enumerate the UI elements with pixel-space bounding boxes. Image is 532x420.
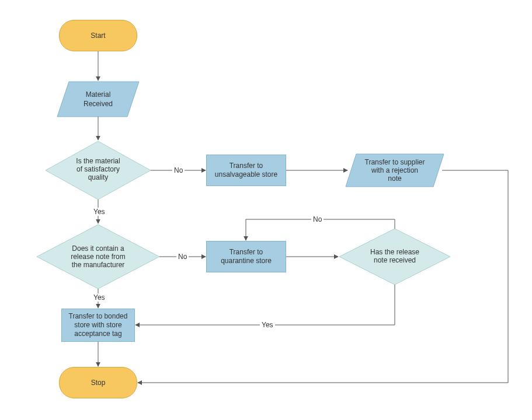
node-quarantine-l1: Transfer to — [230, 248, 263, 256]
node-stop: Stop — [59, 367, 137, 398]
node-release-note-check-l2: release note from — [71, 253, 125, 261]
node-material-received-l2: Received — [84, 100, 113, 108]
flowchart-canvas: Material Received Is the material of sat… — [0, 0, 532, 420]
node-release-note-check-l1: Does it contain a — [72, 244, 124, 253]
node-release-note-check — [37, 225, 159, 289]
node-supplier-reject-l2: with a rejection — [371, 166, 418, 174]
node-quarantine: Transfer to quarantine store — [206, 241, 286, 272]
node-quality-check — [46, 141, 151, 200]
edge-note-yes — [135, 285, 395, 325]
node-quarantine-text: Transfer to quarantine store — [221, 248, 272, 265]
node-material-received — [57, 82, 139, 117]
edge-label-release-no: No — [176, 253, 189, 261]
edge-label-note-yes: Yes — [260, 321, 275, 329]
node-bonded-l3: acceptance tag — [74, 330, 121, 338]
node-bonded-l1: Transfer to bonded — [69, 312, 128, 320]
node-note-received — [339, 229, 450, 285]
edge-label-note-no: No — [311, 215, 324, 223]
node-bonded: Transfer to bonded store with store acce… — [61, 309, 135, 342]
node-unsalvageable: Transfer to unsalvageable store — [206, 155, 286, 186]
node-bonded-l2: store with store — [74, 321, 121, 329]
node-supplier-reject — [346, 154, 444, 187]
edge-label-release-yes: Yes — [92, 293, 107, 302]
node-supplier-reject-l3: note — [388, 174, 402, 183]
node-quality-check-l2: of satisfactory — [77, 165, 120, 173]
node-quality-check-l1: Is the material — [76, 157, 120, 165]
node-quality-check-l3: quality — [88, 173, 109, 181]
node-bonded-text: Transfer to bonded store with store acce… — [69, 312, 128, 338]
node-stop-label: Stop — [91, 379, 106, 387]
node-supplier-reject-l1: Transfer to supplier — [365, 158, 425, 166]
node-quarantine-l2: quarantine store — [221, 257, 272, 265]
node-material-received-l1: Material — [86, 90, 111, 99]
edge-label-quality-yes: Yes — [92, 208, 107, 216]
node-unsalvageable-l1: Transfer to — [230, 162, 263, 170]
node-note-received-l2: note received — [374, 256, 416, 264]
edge-label-quality-no: No — [172, 166, 185, 174]
node-unsalvageable-l2: unsalvageable store — [215, 170, 277, 178]
node-unsalvageable-text: Transfer to unsalvageable store — [215, 162, 277, 179]
node-start-label: Start — [91, 32, 105, 40]
edge-supplier-stop — [138, 170, 508, 383]
flowchart-svg: Material Received Is the material of sat… — [0, 0, 532, 420]
node-note-received-l1: Has the release — [370, 248, 419, 256]
node-start: Start — [59, 20, 137, 51]
node-release-note-check-l3: the manufacturer — [72, 261, 125, 269]
